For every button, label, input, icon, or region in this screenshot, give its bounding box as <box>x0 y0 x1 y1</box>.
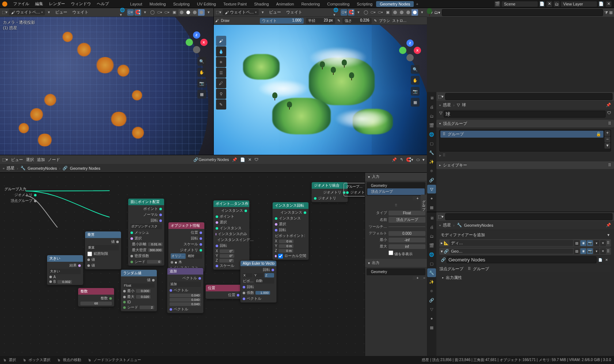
type-dropdown[interactable]: Float <box>389 211 425 215</box>
zoom-icon[interactable]: 🔍 <box>411 65 420 74</box>
shading-wireframe-icon[interactable] <box>392 9 398 16</box>
ne-menu-add[interactable]: 追加 <box>37 157 45 162</box>
vgroup-remove-button[interactable]: − <box>604 137 610 142</box>
node-integer[interactable]: 整数 整数 68 <box>78 288 114 307</box>
proportional-icon[interactable]: ◯ <box>363 9 369 16</box>
add-modifier-button[interactable]: モディファイアーを追加▾ <box>439 231 611 238</box>
vp-menu-weight[interactable]: ウェイト <box>284 9 304 15</box>
mod-realtime-icon[interactable]: 🖥 <box>580 248 586 254</box>
prop-tab-output-icon[interactable]: 🖨 <box>427 103 436 111</box>
side-output-item[interactable]: Geometry <box>367 269 425 275</box>
editor-type-icon[interactable]: ⬚▾ <box>1 9 8 16</box>
orientation-icon[interactable]: 🌐▾ <box>333 9 340 16</box>
clamp-checkbox[interactable] <box>87 252 92 256</box>
ne-overlay-opts-icon[interactable]: ▾ <box>422 157 425 162</box>
outliner-tree[interactable]: ▾ シーンコレクション ▾Collection👁📷▸Camera👁📷▸Light… <box>427 8 432 16</box>
vgroup-menu-button[interactable]: ▾ <box>604 143 610 149</box>
radius-slider[interactable]: 半径23 px <box>306 18 335 24</box>
scene-new-icon[interactable]: 📄 <box>539 1 545 7</box>
snap-type-icon[interactable]: ▾ <box>355 9 362 16</box>
axis-y-icon[interactable] <box>186 39 193 46</box>
prop-tab-viewlayer-icon[interactable]: 🗂 <box>427 232 436 241</box>
modifier-row[interactable]: ▾🔗 Geo… ▤ 🖥 📷 ▾✕⠿ <box>439 248 611 255</box>
node-compare-greater[interactable]: 大きい 結果 大きい A B0.002 <box>47 255 83 285</box>
vp-menu-view[interactable]: ビュー <box>267 9 283 15</box>
add-input-button[interactable]: + <box>413 196 418 200</box>
node-align-euler[interactable]: Align Euler to Vecto 回転 XYZ ピボ…自動 回転 係数1… <box>240 260 277 303</box>
node-position[interactable]: 位置 位置 <box>205 284 242 299</box>
mod-editmode-icon[interactable]: ▤ <box>574 240 580 246</box>
local-space-checkbox[interactable] <box>278 254 283 258</box>
workspace-tab-active[interactable]: Geometry Nodes <box>376 1 414 7</box>
axis-y-icon[interactable] <box>399 47 406 54</box>
workspace-tab[interactable]: UV Editing <box>193 1 220 7</box>
axis-x-icon[interactable]: X <box>414 47 421 54</box>
vp-menu-weight[interactable]: ウェイト <box>70 9 91 15</box>
prop-tab-constraint-icon[interactable]: 🔗 <box>427 176 436 184</box>
nodegroup-pin-icon[interactable]: 📌 <box>232 157 237 162</box>
shading-wireframe-icon[interactable] <box>178 9 185 16</box>
nodegroup-name-field[interactable] <box>447 256 596 263</box>
shading-matprev-icon[interactable] <box>192 9 198 16</box>
props-search[interactable] <box>445 93 613 100</box>
workspace-tab[interactable]: Rendering <box>297 1 323 7</box>
scene-icon[interactable]: 🎬 <box>494 1 500 7</box>
brush-smear-icon[interactable]: ☰ <box>216 68 226 78</box>
prop-tab-texture-icon[interactable]: ▦ <box>427 323 436 332</box>
shading-rendered-icon[interactable] <box>412 9 418 16</box>
vgroup-add-button[interactable]: + <box>604 130 610 136</box>
tooltip-field[interactable] <box>389 226 425 227</box>
remove-output-button[interactable]: − <box>420 276 425 280</box>
axis-x-icon[interactable]: X <box>200 39 208 46</box>
scene-delete-icon[interactable]: ✕ <box>546 1 552 7</box>
workspace-tab[interactable]: Shading <box>250 1 272 7</box>
shape-keys-header[interactable]: ▸シェイプキー⠿ <box>436 161 614 169</box>
axis-z-icon[interactable]: Z <box>406 39 414 47</box>
brush-name[interactable]: Draw <box>221 19 258 23</box>
node-rotate-instances[interactable]: インスタンス回転 インスタンス インスタンス 選択 回転 ピボットポイント: X… <box>272 202 309 260</box>
vp-menu-view[interactable]: ビュー <box>53 9 69 15</box>
nodegroup-unlink-icon[interactable]: ✕ <box>604 257 610 263</box>
pin-icon[interactable]: 📌 <box>606 103 611 107</box>
prop-tab-physics-icon[interactable]: ⚛ <box>427 287 436 295</box>
snap-icon[interactable]: 🧲 <box>348 9 355 16</box>
nodegroup-new-icon[interactable]: 📄 <box>240 157 245 162</box>
name-field[interactable]: 頂点グループ <box>389 217 425 223</box>
shading-solid-icon[interactable] <box>398 9 405 16</box>
fake-user-icon[interactable]: 🛡 <box>254 157 258 162</box>
prop-tab-viewlayer-icon[interactable]: 🗂 <box>427 112 436 120</box>
add-output-button[interactable]: + <box>413 276 418 280</box>
scene-name-field[interactable]: Scene <box>501 1 538 7</box>
prop-tab-texture-icon[interactable]: ▦ <box>427 203 436 212</box>
nodegroup-unlink-icon[interactable]: ✕ <box>248 157 251 162</box>
node-math-multiply[interactable]: 乗算 値 乗算 範囲制限 値 値 <box>85 231 121 269</box>
side-outputs-header[interactable]: ▾出力 <box>365 259 427 267</box>
outliner-scene-collection[interactable]: ▾ シーンコレクション <box>427 9 432 16</box>
mod-render-icon[interactable]: 📷 <box>587 240 593 246</box>
pan-icon[interactable]: ✋ <box>197 68 206 77</box>
ne-menu-node[interactable]: ノード <box>48 157 60 162</box>
axis-z-icon[interactable]: Z <box>193 31 200 39</box>
xray-icon[interactable]: ▣ <box>384 9 391 16</box>
breadcrumb-mod[interactable]: GeometryNodes <box>28 166 57 170</box>
overlay-toggle-icon[interactable]: ⬭▾ <box>377 9 384 16</box>
workspace-tab[interactable]: Animation <box>273 1 298 7</box>
prop-tab-object-icon[interactable]: ▢ <box>427 139 436 148</box>
side-input-item[interactable]: 頂点グループ <box>367 188 425 195</box>
ne-menu-select[interactable]: 選択 <box>26 157 34 162</box>
lock-icon[interactable]: 🔓 <box>596 132 601 137</box>
shading-options-icon[interactable]: ▾ <box>419 9 425 16</box>
brush-blur-icon[interactable]: 💧 <box>216 46 226 57</box>
prop-tab-world-icon[interactable]: 🌐 <box>427 130 436 139</box>
nav-gizmo[interactable]: Z X <box>186 31 208 53</box>
radius-pressure-icon[interactable]: ✎ <box>337 19 340 23</box>
side-input-item[interactable]: Geometry <box>367 183 425 188</box>
prop-tab-physics-icon[interactable]: ⚛ <box>427 166 436 175</box>
axis-neg-icon[interactable] <box>406 54 414 61</box>
gizmo-icon[interactable]: ⬭▾ <box>156 9 163 16</box>
snap-type-icon[interactable]: ▾ <box>142 9 148 16</box>
pan-icon[interactable]: ✋ <box>411 76 420 85</box>
nav-gizmo[interactable]: Z X <box>399 39 421 61</box>
ne-pin-icon[interactable]: 📌 <box>392 157 397 162</box>
annotate-icon[interactable]: ✎ <box>216 99 226 110</box>
